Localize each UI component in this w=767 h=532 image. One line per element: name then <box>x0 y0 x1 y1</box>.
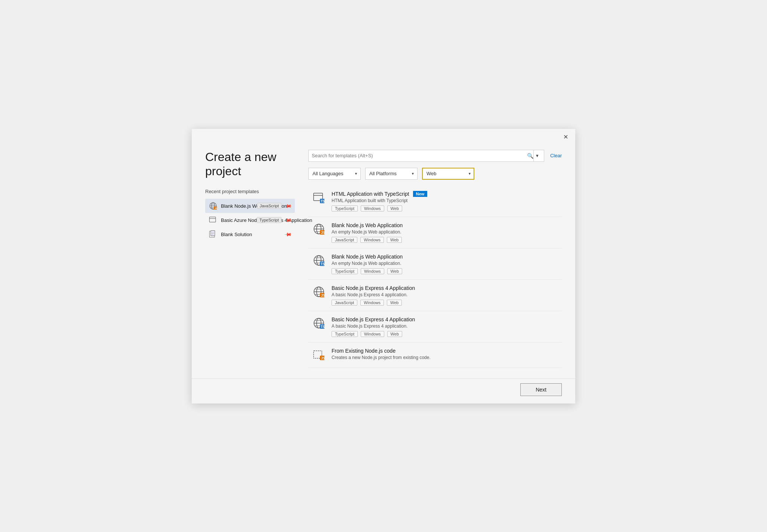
recent-item-info: Blank Node.js Web Application <box>221 202 253 209</box>
template-tags: TypeScriptWindowsWeb <box>332 331 558 337</box>
template-info: HTML Application with TypeScript New HTM… <box>332 191 558 211</box>
template-tag: JavaScript <box>332 300 357 306</box>
template-tag: Web <box>387 300 402 306</box>
template-desc: A basic Node.js Express 4 application. <box>332 324 558 329</box>
template-name-row: From Existing Node.js code <box>332 348 558 354</box>
template-name-row: HTML Application with TypeScript New <box>332 191 558 197</box>
template-desc: HTML Application built with TypeScript <box>332 198 558 203</box>
title-bar: ✕ <box>192 129 575 142</box>
template-tag: Web <box>387 331 402 337</box>
template-tag: JavaScript <box>332 237 357 243</box>
create-project-dialog: ✕ Create a new project Recent project te… <box>192 129 575 403</box>
pin-icon: 📌 <box>284 230 292 238</box>
svg-text:TS: TS <box>321 262 325 266</box>
template-icon: JS <box>312 348 326 361</box>
clear-link[interactable]: Clear <box>550 153 562 158</box>
svg-text:TS: TS <box>321 200 325 203</box>
recent-item-tag: JavaScript <box>257 203 281 209</box>
filter-row: All LanguagesJavaScriptTypeScriptAll Pla… <box>308 168 562 180</box>
template-tags: JavaScriptWindowsWeb <box>332 237 558 243</box>
recent-item[interactable]: Blank Solution 📌 <box>205 227 295 241</box>
template-item[interactable]: TS Basic Node.js Express 4 Application A… <box>308 311 562 343</box>
filter-wrapper: All Project TypesWebCloudDesktop <box>422 168 474 180</box>
template-info: Basic Node.js Express 4 Application A ba… <box>332 285 558 306</box>
svg-text:JS: JS <box>321 356 325 360</box>
recent-item-name: Blank Solution <box>221 232 252 237</box>
template-desc: An empty Node.js Web application. <box>332 229 558 235</box>
search-box: 🔍 ▾ <box>308 150 544 162</box>
template-tags: JavaScriptWindowsWeb <box>332 300 558 306</box>
main-content: Create a new project Recent project temp… <box>192 142 575 375</box>
svg-text:JS: JS <box>321 231 325 235</box>
filter-wrapper: All LanguagesJavaScriptTypeScript <box>308 168 361 180</box>
recent-item[interactable]: Basic Azure Node.js Express 4 Applicatio… <box>205 213 295 227</box>
recent-item-info: Basic Azure Node.js Express 4 Applicatio… <box>221 217 253 223</box>
template-name: Basic Node.js Express 4 Application <box>332 316 415 322</box>
template-item[interactable]: TS HTML Application with TypeScript New … <box>308 186 562 217</box>
right-panel: 🔍 ▾ Clear All LanguagesJavaScriptTypeScr… <box>308 150 562 368</box>
template-tag: TypeScript <box>332 205 358 211</box>
template-name-row: Basic Node.js Express 4 Application <box>332 285 558 291</box>
template-tag: Windows <box>360 237 384 243</box>
template-tag: Windows <box>360 300 384 306</box>
svg-rect-7 <box>209 217 216 222</box>
search-icon: 🔍 <box>527 153 533 159</box>
svg-text:TS: TS <box>321 325 325 329</box>
template-desc: Creates a new Node.js project from exist… <box>332 355 558 360</box>
recent-list: JS Blank Node.js Web Application JavaScr… <box>205 199 295 241</box>
filter-select[interactable]: All LanguagesJavaScriptTypeScript <box>308 168 361 180</box>
recent-item-icon <box>209 216 217 224</box>
recent-label: Recent project templates <box>205 189 295 194</box>
template-tag: TypeScript <box>332 331 358 337</box>
filter-select[interactable]: All PlatformsWindowsWeb <box>365 168 418 180</box>
template-name: Blank Node.js Web Application <box>332 222 403 228</box>
template-tag: Web <box>387 205 402 211</box>
template-name: HTML Application with TypeScript <box>332 191 409 197</box>
filter-select[interactable]: All Project TypesWebCloudDesktop <box>422 168 474 180</box>
template-item[interactable]: JS Blank Node.js Web Application An empt… <box>308 217 562 248</box>
footer: Next <box>192 378 575 403</box>
template-item[interactable]: JS From Existing Node.js code Creates a … <box>308 343 562 368</box>
template-tag: Windows <box>361 331 384 337</box>
template-info: From Existing Node.js code Creates a new… <box>332 348 558 362</box>
new-badge: New <box>413 191 428 197</box>
template-desc: A basic Node.js Express 4 application. <box>332 292 558 297</box>
search-dropdown-button[interactable]: ▾ <box>533 150 541 161</box>
svg-text:JS: JS <box>215 207 217 210</box>
recent-item-info: Blank Solution <box>221 231 281 238</box>
search-row: 🔍 ▾ Clear <box>308 150 562 162</box>
search-input[interactable] <box>312 153 527 158</box>
template-icon: JS <box>312 285 326 299</box>
next-button[interactable]: Next <box>520 383 562 396</box>
template-info: Blank Node.js Web Application An empty N… <box>332 254 558 274</box>
template-desc: An empty Node.js Web application. <box>332 261 558 266</box>
template-icon: TS <box>312 191 326 204</box>
template-name: Basic Node.js Express 4 Application <box>332 285 415 291</box>
template-item[interactable]: TS Blank Node.js Web Application An empt… <box>308 248 562 280</box>
template-tags: TypeScriptWindowsWeb <box>332 205 558 211</box>
recent-item-icon: JS <box>209 202 217 210</box>
recent-item-icon <box>209 230 217 238</box>
template-name-row: Basic Node.js Express 4 Application <box>332 316 558 322</box>
recent-item[interactable]: JS Blank Node.js Web Application JavaScr… <box>205 199 295 213</box>
template-tag: Windows <box>361 268 384 274</box>
template-tag: Windows <box>361 205 384 211</box>
template-name-row: Blank Node.js Web Application <box>332 222 558 228</box>
template-list: TS HTML Application with TypeScript New … <box>308 186 562 368</box>
template-tag: Web <box>387 237 402 243</box>
svg-text:JS: JS <box>321 294 325 297</box>
left-panel: Create a new project Recent project temp… <box>205 150 295 368</box>
svg-rect-10 <box>211 231 215 236</box>
close-button[interactable]: ✕ <box>560 132 571 142</box>
template-icon: TS <box>312 316 326 330</box>
recent-item-tag: TypeScript <box>257 217 281 223</box>
template-name-row: Blank Node.js Web Application <box>332 254 558 260</box>
filter-wrapper: All PlatformsWindowsWeb <box>365 168 418 180</box>
template-icon: JS <box>312 222 326 236</box>
template-name: Blank Node.js Web Application <box>332 254 403 260</box>
page-title: Create a new project <box>205 150 295 179</box>
template-info: Basic Node.js Express 4 Application A ba… <box>332 316 558 337</box>
template-info: Blank Node.js Web Application An empty N… <box>332 222 558 243</box>
template-tags: TypeScriptWindowsWeb <box>332 268 558 274</box>
template-item[interactable]: JS Basic Node.js Express 4 Application A… <box>308 280 562 311</box>
